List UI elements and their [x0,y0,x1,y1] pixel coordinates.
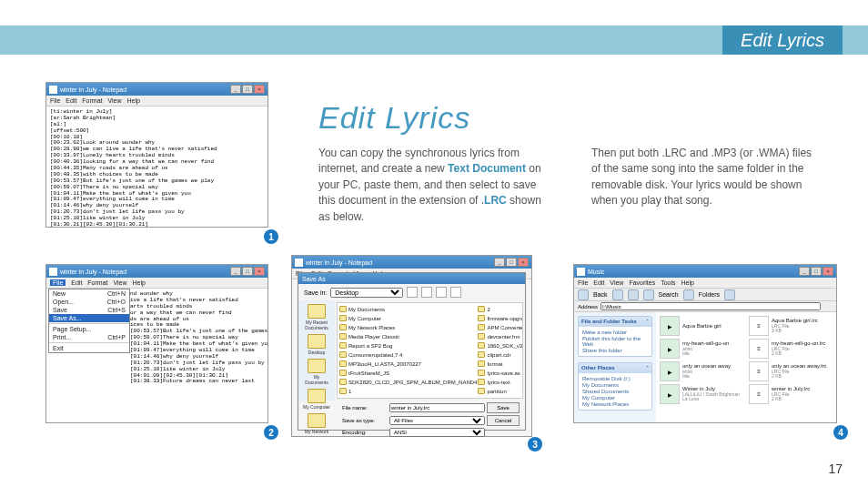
address-input[interactable] [601,302,821,310]
menu-view[interactable]: View [108,97,122,104]
file-list[interactable]: My DocumentsMy ComputerMy Network Places… [337,302,523,399]
menu-format[interactable]: Format [87,279,107,286]
file-item[interactable]: ▶Winter in JulyLALLILILI / Sarah Brightm… [660,384,743,404]
up-icon[interactable] [628,289,639,300]
list-item[interactable]: format [478,360,523,368]
views-icon[interactable] [450,287,461,298]
list-item[interactable]: APM Converter [478,323,523,331]
list-item[interactable]: partition [478,387,523,395]
maximize-button[interactable]: □ [242,267,253,276]
close-button[interactable]: × [254,85,265,94]
cancel-button[interactable]: Cancel [487,415,520,426]
menu-file[interactable]: File [50,97,60,104]
place-item[interactable]: My Recent Documents [303,304,330,330]
list-item[interactable]: lyrics-save.as [478,369,523,377]
menu-edit[interactable]: Edit [593,279,604,286]
save-button[interactable]: Save [487,402,520,413]
go-icon[interactable] [823,302,833,311]
close-button[interactable]: × [823,267,833,276]
menu-view[interactable]: View [114,279,127,286]
task-link[interactable]: Share this folder [582,348,648,353]
menu-edit[interactable]: Edit [66,97,76,104]
menu-item-new[interactable]: NewCtrl+N [49,289,129,298]
search-icon[interactable] [643,289,654,300]
search-label[interactable]: Search [659,291,679,298]
up-icon[interactable] [421,287,432,298]
views-icon[interactable] [724,289,735,300]
type-select[interactable]: All Files [389,416,485,425]
list-item[interactable]: SDK2820_CLCD_JPG_SPM_ALBUM_DRM_NAND4 [339,378,477,386]
collapse-icon[interactable]: ˄ [646,319,649,325]
list-item[interactable]: firmware-upgrade-firmware [478,314,523,322]
list-item[interactable]: MP3tool4_U.ASTA_20070227 [339,360,477,368]
place-item[interactable]: Desktop [303,334,330,355]
menu-edit[interactable]: Edit [71,279,82,286]
list-item[interactable]: 1 [339,387,477,395]
place-item[interactable]: My Documents [303,359,330,385]
place-item[interactable]: My Network [303,413,330,434]
list-item[interactable]: lyrics-text [478,378,523,386]
place-item[interactable]: My Computer [303,389,330,410]
list-item[interactable]: My Documents [339,305,477,313]
folders-label[interactable]: Folders [699,291,720,298]
place-link[interactable]: My Documents [582,382,648,388]
place-link[interactable]: Shared Documents [582,389,648,394]
back-label[interactable]: Back [593,291,608,298]
menu-item-open[interactable]: Open...Ctrl+O [49,298,129,306]
menu-file[interactable]: File [578,279,588,286]
maximize-button[interactable]: □ [811,267,822,276]
filename-input[interactable] [389,403,485,412]
maximize-button[interactable]: □ [242,85,253,94]
file-item[interactable]: ▶only an ocean awayartisttitle [660,361,743,381]
menu-format[interactable]: Format [82,97,102,104]
list-item[interactable]: tFruitShareM_JS [339,369,477,377]
minimize-button[interactable]: _ [230,267,241,276]
menu-item-print[interactable]: Print...Ctrl+P [49,333,129,341]
menu-item-exit[interactable]: Exit [49,344,129,352]
list-item[interactable]: Media Player Classic [339,332,477,340]
minimize-button[interactable]: _ [799,267,810,276]
back-icon[interactable] [407,287,418,298]
menu-item-pagesetup[interactable]: Page Setup... [49,325,129,333]
list-item[interactable]: Report a SP2 Bug [339,341,477,350]
forward-icon[interactable] [612,289,623,300]
newfolder-icon[interactable] [436,287,447,298]
menu-view[interactable]: View [610,279,623,286]
task-link[interactable]: Make a new folder [582,330,648,335]
menu-help[interactable]: Help [127,97,140,104]
place-link[interactable]: My Computer [582,395,648,401]
place-link[interactable]: Removable Disk (I:) [582,376,648,381]
folders-icon[interactable] [683,289,694,300]
file-item[interactable]: ≡my-heart-will-go-on.lrcLRC File2 KB [749,339,833,359]
file-item[interactable]: ▶my-heart-will-go-onartisttitle [660,339,743,359]
menu-file[interactable]: File [50,279,66,286]
menu-help[interactable]: Help [133,279,146,286]
list-item[interactable]: devcenter.hm [478,332,523,340]
encoding-select[interactable]: ANSI [389,428,485,437]
back-icon[interactable] [578,289,589,300]
menu-favorites[interactable]: Favorites [629,279,655,286]
menu-item-save[interactable]: SaveCtrl+S [49,306,129,314]
list-item[interactable]: Consumerupdated,7.4 [339,350,477,359]
maximize-button[interactable]: □ [506,258,517,267]
close-button[interactable]: × [518,258,529,267]
file-item[interactable]: ≡only an ocean away.lrcLRC File2 KB [749,361,833,381]
list-item[interactable]: 2 [478,305,523,313]
collapse-icon[interactable]: ˄ [646,365,649,371]
list-item[interactable]: My Network Places [339,323,477,331]
list-item[interactable]: 1860_SDK_v3.6_SP_for [478,341,523,350]
savein-select[interactable]: Desktop [330,288,403,298]
file-item[interactable]: ≡winter in July.lrcLRC File2 KB [749,384,833,404]
menu-help[interactable]: Help [681,279,694,286]
minimize-button[interactable]: _ [494,258,505,267]
menu-tools[interactable]: Tools [661,279,675,286]
file-item[interactable]: ≡Aqua Barbie girl.lrcLRC File3 KB [749,316,833,336]
file-item[interactable]: ▶Aqua Barbie girl [660,316,743,336]
list-item[interactable]: clipart.cdr [478,350,523,359]
menu-item-saveas[interactable]: Save As... [49,314,129,322]
file-view[interactable]: ▶Aqua Barbie girl≡Aqua Barbie girl.lrcLR… [656,312,836,422]
place-link[interactable]: My Network Places [582,401,648,407]
notepad-textarea[interactable]: [ti:winter in July] [ar:Sarah Brightman]… [46,107,267,227]
task-link[interactable]: Publish this folder to the Web [582,336,648,347]
list-item[interactable]: My Computer [339,314,477,322]
